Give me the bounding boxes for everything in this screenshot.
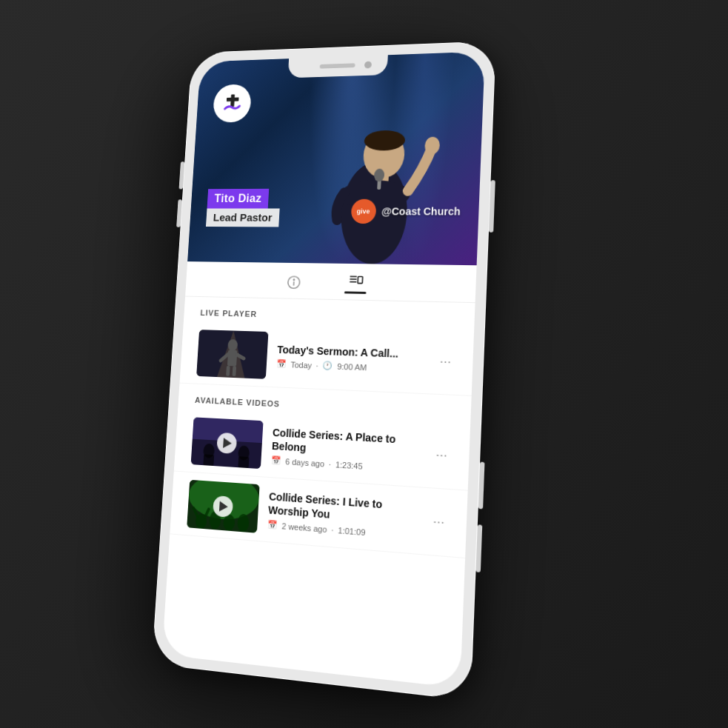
clock-icon: 🕐 [322, 361, 333, 371]
video-duration-1: 1:23:45 [335, 460, 363, 471]
pastor-name: Tito Diaz [214, 193, 262, 204]
hero-video: Tito Diaz Lead Pastor give @Coast Church [187, 51, 485, 265]
volume-down-button[interactable] [176, 199, 182, 227]
phone-screen: Tito Diaz Lead Pastor give @Coast Church [162, 51, 485, 688]
live-info: Today's Sermon: A Call... 📅 Today · 🕐 9:… [276, 343, 427, 375]
live-title: Today's Sermon: A Call... [277, 343, 427, 361]
church-logo [213, 84, 252, 122]
scroll-button-1[interactable] [478, 462, 485, 510]
video-title-1: Collide Series: A Place to Belong [272, 426, 423, 461]
video-date-1: 6 days ago [285, 457, 324, 468]
calendar-icon-2: 📅 [267, 520, 278, 530]
scene: Tito Diaz Lead Pastor give @Coast Church [0, 0, 728, 728]
tabs-row [185, 261, 477, 303]
dot-sep-1: · [329, 459, 332, 468]
speaker [320, 63, 355, 68]
role-badge: Lead Pastor [206, 209, 280, 227]
video-duration-2: 1:01:09 [338, 526, 366, 537]
preacher-figure [299, 67, 454, 264]
tab-info[interactable] [286, 274, 302, 290]
give-label: give [356, 208, 370, 216]
video-thumb-1 [191, 417, 264, 469]
more-options-1[interactable]: ··· [433, 444, 451, 467]
name-overlay: Tito Diaz Lead Pastor [206, 189, 281, 227]
scroll-button-2[interactable] [475, 524, 482, 572]
dot-separator: · [316, 361, 319, 370]
svg-rect-9 [226, 97, 238, 101]
volume-up-button[interactable] [179, 161, 185, 189]
live-thumb [196, 330, 268, 379]
svg-rect-16 [358, 276, 363, 283]
give-area: give @Coast Church [350, 198, 461, 224]
svg-rect-23 [226, 366, 230, 376]
name-badge: Tito Diaz [207, 189, 270, 209]
tab-playlist[interactable] [344, 273, 367, 294]
church-name: @Coast Church [381, 205, 461, 217]
live-date: Today [290, 360, 312, 370]
more-options-live[interactable]: ··· [436, 350, 455, 373]
calendar-icon: 📅 [276, 359, 287, 369]
phone-shell: Tito Diaz Lead Pastor give @Coast Church [152, 41, 496, 701]
svg-rect-20 [227, 350, 237, 367]
live-time: 9:00 AM [337, 361, 367, 372]
power-button[interactable] [489, 180, 495, 233]
live-meta: 📅 Today · 🕐 9:00 AM [276, 359, 426, 375]
phone-mockup: Tito Diaz Lead Pastor give @Coast Church [152, 41, 496, 701]
notch [288, 55, 388, 78]
svg-point-4 [424, 137, 440, 155]
video-date-2: 2 weeks ago [281, 521, 327, 534]
pastor-role: Lead Pastor [213, 211, 273, 223]
calendar-icon-1: 📅 [271, 455, 281, 466]
svg-point-12 [293, 278, 294, 279]
video-info-1: Collide Series: A Place to Belong 📅 6 da… [271, 426, 423, 475]
more-options-2[interactable]: ··· [430, 510, 448, 534]
dot-sep-2: · [331, 525, 334, 535]
video-info-2: Collide Series: I Live to Worship You 📅 … [267, 490, 420, 541]
give-button[interactable]: give [350, 199, 376, 224]
camera [364, 61, 372, 69]
svg-rect-24 [233, 366, 237, 376]
tab-active-indicator [344, 291, 367, 294]
video-thumb-2 [187, 480, 259, 533]
svg-rect-29 [238, 456, 249, 468]
svg-rect-27 [203, 454, 214, 466]
